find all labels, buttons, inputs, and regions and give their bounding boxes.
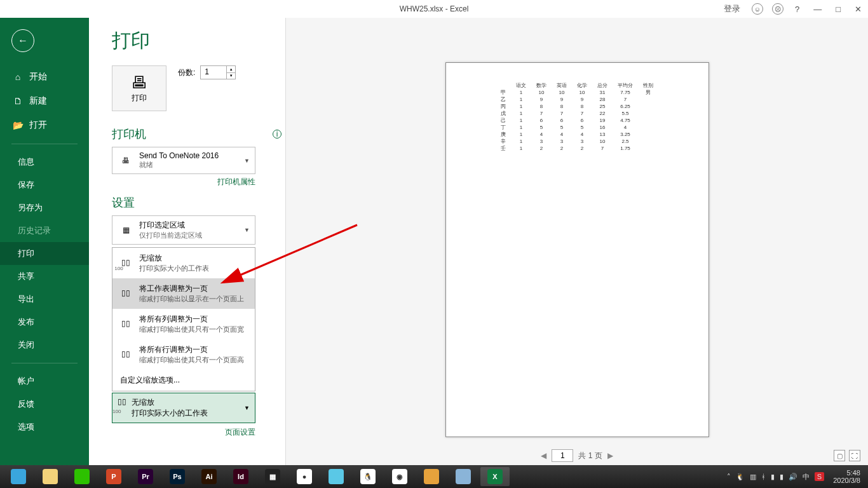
scale-option-1[interactable]: ▯▯将工作表调整为一页缩减打印输出以显示在一个页面上 (112, 278, 255, 309)
scale-option-2[interactable]: ▯▯将所有列调整为一页缩减打印输出使其只有一个页面宽 (112, 309, 255, 339)
chevron-down-icon: ▼ (244, 227, 250, 233)
scale-option-3[interactable]: ▯▯将所有行调整为一页缩减打印输出使其只有一个页面高 (112, 339, 255, 370)
show-margins-button[interactable]: ▢ (834, 450, 845, 461)
nav-info[interactable]: 信息 (0, 151, 89, 173)
info-icon[interactable]: i (273, 130, 281, 139)
nav-home[interactable]: ⌂开始 (0, 65, 89, 89)
nav-print[interactable]: 打印 (0, 242, 89, 265)
taskbar-wechat[interactable] (67, 467, 97, 486)
taskbar-premiere[interactable]: Pr (131, 467, 160, 486)
tray-ime-zh-icon[interactable]: 中 (803, 472, 810, 482)
spin-down[interactable]: ▼ (226, 73, 235, 79)
scale-option-0[interactable]: ▯▯100无缩放打印实际大小的工作表 (112, 248, 255, 278)
tray-volume-icon[interactable]: 🔊 (789, 473, 797, 481)
nav-share[interactable]: 共享 (0, 265, 89, 288)
page-setup-link[interactable]: 页面设置 (112, 427, 255, 438)
grid-icon: ▦ (118, 222, 134, 238)
chevron-down-icon: ▼ (244, 158, 250, 164)
back-button[interactable]: ← (11, 29, 34, 52)
nav-options[interactable]: 选项 (0, 416, 89, 438)
nav-save[interactable]: 保存 (0, 173, 89, 196)
taskbar-qq[interactable]: 🐧 (353, 467, 383, 486)
printer-properties-link[interactable]: 打印机属性 (112, 177, 255, 187)
separator (11, 363, 78, 363)
printer-status-icon: 🖶 (118, 152, 134, 169)
scaling-selected[interactable]: ▯▯100 无缩放 打印实际大小的工作表 ▼ (112, 393, 255, 423)
face-happy-icon[interactable]: ☺ (752, 3, 763, 15)
scale-custom-option[interactable]: 自定义缩放选项... (112, 370, 255, 391)
nav-new[interactable]: 🗋新建 (0, 89, 89, 113)
print-pane: 打印 🖶 打印 份数: 1 ▲▼ 打印机i 🖶 Send T (89, 18, 286, 465)
new-icon: 🗋 (13, 96, 23, 106)
taskbar-powerpoint[interactable]: P (99, 467, 128, 486)
tray-expand-icon[interactable]: ˄ (727, 473, 731, 481)
taskbar-illustrator[interactable]: Ai (194, 467, 224, 486)
zoom-page-button[interactable]: ⛶ (849, 450, 860, 461)
spin-up[interactable]: ▲ (226, 66, 235, 73)
page-number-input[interactable] (552, 449, 573, 462)
taskbar-video[interactable]: ▦ (258, 467, 287, 486)
tray-shield-icon[interactable]: ▥ (750, 473, 756, 481)
copies-label: 份数: (178, 67, 195, 78)
taskbar-chrome[interactable]: ◉ (385, 467, 414, 486)
print-area-sub: 仅打印当前选定区域 (139, 231, 202, 240)
taskbar-app3[interactable] (449, 467, 478, 486)
nav-history: 历史记录 (0, 219, 89, 242)
scaling-selected-sub: 打印实际大小的工作表 (132, 408, 208, 419)
taskbar-app1[interactable] (322, 467, 351, 486)
window-title: WHW25.xlsx - Excel (400, 4, 469, 13)
copies-input[interactable]: 1 ▲▼ (200, 65, 236, 79)
nav-open[interactable]: 📂打开 (0, 113, 89, 137)
taskbar-excel[interactable]: X (480, 467, 510, 486)
restore-button[interactable]: □ (833, 3, 843, 15)
taskbar: PPrPsAiId▦●🐧◉X ˄ 🐧 ▥ ᚼ ▮ ▮ 🔊 中 S 5:48 20… (0, 465, 868, 488)
scale-option-sub: 缩减打印输出以显示在一个页面上 (139, 294, 244, 304)
settings-heading: 设置 (112, 195, 135, 210)
face-sad-icon[interactable]: ☹ (772, 3, 783, 15)
tray-bluetooth-icon[interactable]: ᚼ (761, 473, 766, 480)
scale-option-sub: 缩减打印输出使其只有一个页面高 (139, 355, 244, 365)
scaling-dropdown-open: ▯▯100无缩放打印实际大小的工作表▯▯将工作表调整为一页缩减打印输出以显示在一… (112, 247, 255, 391)
nav-close[interactable]: 关闭 (0, 334, 89, 356)
chevron-down-icon: ▼ (244, 405, 250, 411)
taskbar-explorer[interactable] (36, 467, 65, 486)
taskbar-indesign[interactable]: Id (226, 467, 255, 486)
printer-dropdown[interactable]: 🖶 Send To OneNote 2016 就绪 ▼ (112, 147, 255, 174)
tray-battery-icon[interactable]: ▮ (771, 473, 775, 481)
title-bar: WHW25.xlsx - Excel 登录 ☺ ☹ ? — □ ✕ (0, 0, 868, 18)
nav-export[interactable]: 导出 (0, 288, 89, 311)
tray-wifi-icon[interactable]: ▮ (780, 473, 783, 481)
login-button[interactable]: 登录 (721, 2, 743, 16)
scale-option-title: 将所有列调整为一页 (139, 314, 244, 325)
scale-option-title: 将工作表调整为一页 (139, 283, 244, 294)
nav-feedback[interactable]: 反馈 (0, 393, 89, 416)
print-button[interactable]: 🖶 打印 (112, 65, 166, 111)
nav-saveas[interactable]: 另存为 (0, 196, 89, 219)
scale-option-title: 无缩放 (139, 253, 209, 264)
scale-option-title: 将所有行调整为一页 (139, 344, 244, 355)
taskbar-photoshop[interactable]: Ps (163, 467, 192, 486)
next-page-button[interactable]: ▶ (607, 451, 613, 460)
preview-footer: ◀ 共 1 页 ▶ ▢ ⛶ (286, 446, 868, 465)
nav-account[interactable]: 帐户 (0, 370, 89, 393)
printer-heading: 打印机 (112, 126, 146, 142)
prev-page-button[interactable]: ◀ (541, 451, 546, 460)
print-button-label: 打印 (132, 93, 147, 104)
minimize-button[interactable]: — (811, 3, 824, 15)
help-button[interactable]: ? (792, 3, 802, 15)
print-area-dropdown[interactable]: ▦ 打印选定区域 仅打印当前选定区域 ▼ (112, 215, 255, 245)
open-icon: 📂 (13, 120, 23, 130)
nav-publish[interactable]: 发布 (0, 311, 89, 334)
taskbar-app2[interactable] (417, 467, 446, 486)
tray-clock[interactable]: 5:48 2020/3/8 (829, 469, 864, 484)
close-button[interactable]: ✕ (852, 3, 864, 15)
preview-table: 语文数学英语化学总分平均分性别甲1101010317.75男乙1999287丙1… (496, 82, 658, 152)
taskbar-browser[interactable] (4, 467, 33, 486)
tray-sogou-icon[interactable]: S (815, 472, 824, 481)
print-preview: 语文数学英语化学总分平均分性别甲1101010317.75男乙1999287丙1… (286, 18, 868, 465)
tray-qq-icon[interactable]: 🐧 (736, 473, 745, 481)
scale-option-icon: ▯▯ (118, 283, 134, 302)
scale-option-icon: ▯▯100 (118, 253, 134, 272)
taskbar-coreldraw[interactable]: ● (290, 467, 319, 486)
printer-name: Send To OneNote 2016 (139, 151, 219, 160)
